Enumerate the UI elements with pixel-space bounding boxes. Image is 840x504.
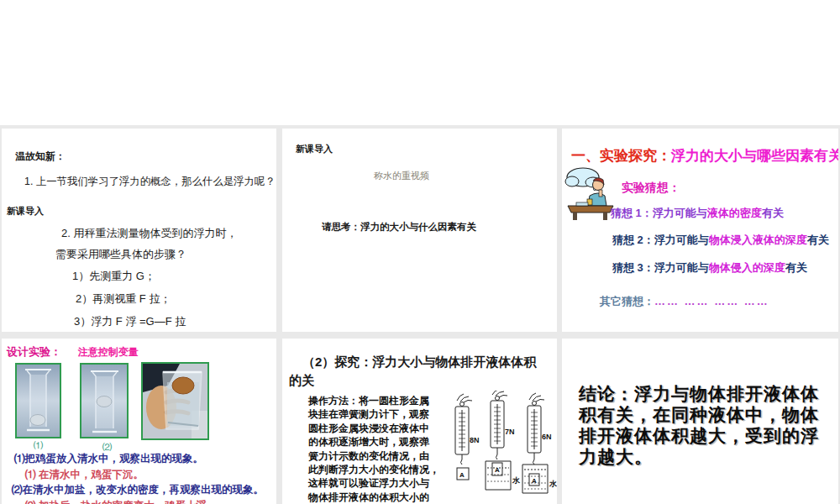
slide5-title-line1: （2）探究：浮力大小与物体排开液体体积 (302, 354, 536, 370)
guess1-highlight: 液体的密度 (707, 207, 762, 219)
guess-3: 猜想 3：浮力可能与物体侵入的深度有关 (612, 260, 816, 275)
figure2-label: ⑵ (102, 442, 112, 454)
other-guesses-dots: …… …… …… …… (654, 295, 769, 307)
conclusion-line: 结论：浮力与物体排开液体体 (579, 383, 819, 404)
water-label: 水 (512, 476, 521, 485)
other-guesses-label: 其它猜想： (600, 295, 654, 307)
slide4-note: 注意控制变量 (78, 346, 139, 358)
slide1-step-1: 1）先测重力 G； (72, 270, 155, 283)
water-label: 水 (549, 480, 557, 488)
procedure-line: 块挂在弹簧测力计下，观察 (308, 407, 439, 421)
slide4-step1: ⑴把鸡蛋放入清水中，观察出现的现象。 (14, 453, 203, 466)
slide4-heading: 设计实验： (7, 345, 61, 358)
spring-scale-diagram: 8N 7N 6N A A A 水 水 (450, 391, 557, 504)
guess2-pre: 浮力可能与 (654, 234, 709, 246)
guess-2: 猜想 2：浮力可能与物体浸入液体的深度有关 (612, 234, 829, 247)
slides-overview-page: 温故知新： 1. 上一节我们学习了浮力的概念，那么什么是浮力呢？ 新课导入 2.… (0, 0, 840, 504)
slide-5-volume-experiment[interactable]: （2）探究：浮力大小与物体排开液体体积 的关 操作方法：将一圆柱形金属 块挂在弹… (282, 339, 557, 504)
block-label-A: A (495, 466, 500, 474)
slide1-question2-line2: 需要采用哪些具体的步骤？ (55, 248, 186, 261)
slide4-step2: ⑵在清水中加盐，改变水的密度，再观察出现的现象。 (12, 484, 264, 497)
block-label-A: A (532, 477, 537, 485)
slide-4-experiment-design[interactable]: 设计实验： 注意控制变量 (2, 339, 276, 504)
photo-egg-sinks-cylinder (15, 363, 61, 438)
conclusion-text: 结论：浮力与物体排开液体体 积有关，在同种液体中，物体 排开液体体积越大，受到的… (579, 383, 819, 467)
procedure-line: 这样就可以验证浮力大小与 (308, 476, 439, 490)
guess-1: 猜想 1：浮力可能与液体的密度有关 (611, 207, 784, 220)
conclusion-line: 积有关，在同种液体中，物体 (579, 404, 819, 425)
guess3-post: 有关 (785, 261, 807, 274)
block-label-A: A (459, 471, 465, 479)
slide1-question1: 1. 上一节我们学习了浮力的概念，那么什么是浮力呢？ (24, 176, 276, 189)
slide3-title-red: 一、实验探究： (571, 148, 671, 164)
slide5-procedure-text: 操作方法：将一圆柱形金属 块挂在弹簧测力计下，观察 圆柱形金属块浸没在液体中 的… (308, 394, 439, 504)
slide5-title-line2: 的关 (289, 373, 314, 389)
guess2-post: 有关 (807, 234, 829, 246)
photo-egg-floats-saltwater (141, 362, 209, 440)
slide-3-hypotheses[interactable]: 一、实验探究：浮力的大小与哪些因素有关？ 实验猜想： 猜想 1：浮力可能与液体的… (562, 129, 838, 332)
slide4-heading-row: 设计实验： 注意控制变量 (7, 345, 139, 359)
procedure-line: 圆柱形金属块浸没在液体中 (308, 422, 439, 435)
slide2-heading: 新课导入 (296, 144, 333, 155)
guess1-post: 有关 (762, 207, 784, 219)
thinking-student-cartoon-icon (564, 164, 617, 221)
video-placeholder[interactable]: 称水的重视频 (374, 171, 429, 182)
guess2-highlight: 物体浸入液体的深度 (709, 234, 807, 246)
other-guesses: 其它猜想：…… …… …… …… (600, 295, 769, 308)
slide1-heading: 温故知新： (15, 150, 66, 163)
slide-1-review[interactable]: 温故知新： 1. 上一节我们学习了浮力的概念，那么什么是浮力呢？ 新课导入 2.… (2, 129, 276, 332)
slide1-step-3: 3）浮力 F 浮 =G—F 拉 (74, 315, 186, 328)
guess3-pre: 浮力可能与 (654, 261, 709, 274)
procedure-line: 簧力计示数的变化情况，由 (308, 449, 439, 463)
conclusion-line: 排开液体体积越大，受到的浮 (579, 425, 819, 446)
reading-7N: 7N (505, 428, 515, 436)
procedure-line: 的体积逐渐增大时，观察弹 (308, 435, 439, 449)
guess1-pre: 浮力可能与 (653, 207, 707, 219)
photo-egg-suspended-cylinder (80, 363, 129, 438)
slide3-subtitle: 实验猜想： (622, 181, 680, 196)
procedure-line: 物体排开液体的体积大小的 (308, 491, 439, 504)
conclusion-line: 力越大。 (579, 446, 819, 467)
guess3-highlight: 物体侵入的深度 (709, 261, 785, 274)
slide-6-conclusion[interactable]: 结论：浮力与物体排开液体体 积有关，在同种液体中，物体 排开液体体积越大，受到的… (562, 339, 838, 504)
reading-6N: 6N (542, 433, 552, 441)
slide1-subheading: 新课导入 (7, 206, 44, 218)
procedure-line: 此判断浮力大小的变化情况， (308, 463, 439, 476)
reading-8N: 8N (470, 436, 480, 444)
guess3-label: 猜想 3： (612, 261, 654, 274)
procedure-line: 操作方法：将一圆柱形金属 (308, 394, 439, 407)
slide1-step-2: 2）再测视重 F 拉； (76, 292, 171, 306)
slide4-answer2-clipped: ⑵ 加盐后，盐水的密度变大，鸡蛋上浮。 (25, 500, 217, 504)
figure1-label: ⑴ (34, 440, 43, 452)
guess1-label: 猜想 1： (611, 207, 653, 219)
slide3-title-pink: 浮力的大小与哪些因素有关？ (671, 148, 838, 164)
guess2-label: 猜想 2： (612, 234, 654, 246)
slide4-answer1: ⑴ 在清水中，鸡蛋下沉。 (25, 469, 144, 482)
slide3-title: 一、实验探究：浮力的大小与哪些因素有关？ (571, 147, 838, 165)
slide1-question2-line1: 2. 用秤重法测量物体受到的浮力时， (61, 227, 237, 240)
slide2-question: 请思考：浮力的大小与什么因素有关 (322, 221, 476, 233)
slide-2-lead-in[interactable]: 新课导入 称水的重视频 请思考：浮力的大小与什么因素有关 (282, 129, 557, 332)
